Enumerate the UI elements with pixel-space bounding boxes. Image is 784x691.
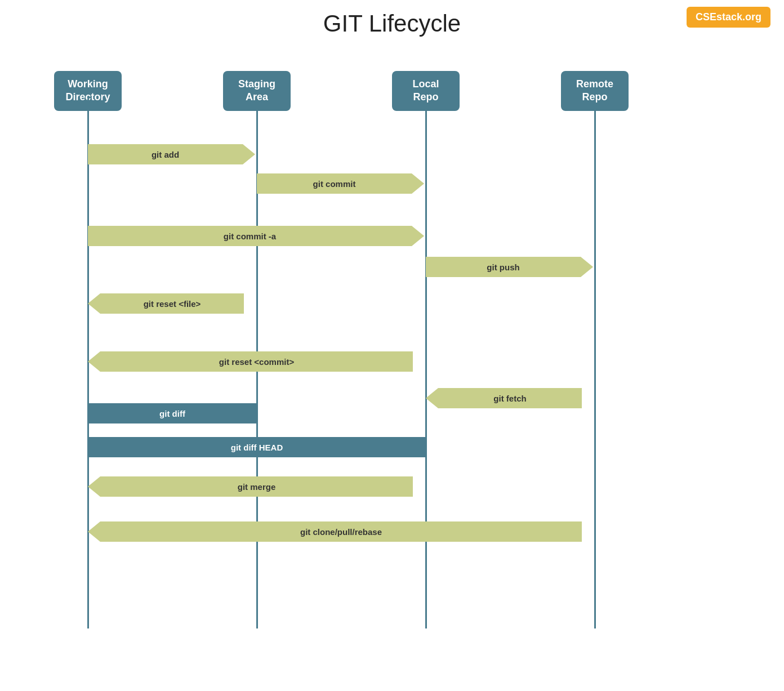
arrow-git-fetch-label: git fetch: [493, 394, 526, 403]
vline-remote-repo: [594, 99, 596, 628]
arrow-git-clone-label: git clone/pull/rebase: [300, 527, 382, 537]
arrow-git-add: git add: [88, 144, 243, 164]
main-title: GIT Lifecycle: [0, 0, 784, 43]
brand-badge: CSEstack.org: [687, 7, 770, 28]
arrow-git-diff-label: git diff: [159, 409, 185, 418]
arrow-git-commit-a-label: git commit -a: [224, 231, 276, 241]
arrow-git-push-label: git push: [487, 262, 519, 272]
arrow-git-diff: git diff: [88, 403, 257, 423]
arrow-git-merge-label: git merge: [238, 482, 276, 492]
page-container: GIT Lifecycle CSEstack.org WorkingDirect…: [0, 0, 784, 691]
arrow-git-clone: git clone/pull/rebase: [100, 521, 582, 542]
arrow-git-commit-a: git commit -a: [88, 226, 412, 246]
vline-local-repo: [425, 99, 427, 628]
arrow-git-reset-file-label: git reset <file>: [144, 299, 201, 309]
arrow-git-reset-commit: git reset <commit>: [100, 351, 413, 372]
arrow-git-add-label: git add: [152, 150, 179, 159]
diagram: WorkingDirectory StagingArea LocalRepo R…: [54, 43, 730, 662]
arrow-git-reset-commit-label: git reset <commit>: [219, 357, 294, 367]
arrow-git-diff-head-label: git diff HEAD: [231, 443, 283, 452]
arrow-git-merge: git merge: [100, 476, 413, 497]
arrow-git-push: git push: [426, 257, 581, 277]
arrow-git-commit: git commit: [257, 173, 412, 194]
arrow-git-diff-head: git diff HEAD: [88, 437, 426, 457]
arrow-git-fetch: git fetch: [438, 388, 582, 408]
arrow-git-reset-file: git reset <file>: [100, 293, 244, 314]
arrow-git-commit-label: git commit: [313, 179, 356, 189]
